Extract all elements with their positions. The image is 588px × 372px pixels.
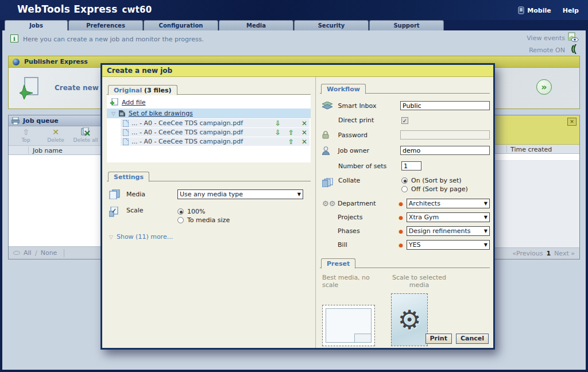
file-row: ... - A0 - CeeCee TDS campaign.pdf ⇧ ✕ — [121, 137, 310, 146]
collapse-triangle-icon[interactable]: ▽ — [111, 111, 115, 117]
scale-100-radio[interactable] — [177, 208, 184, 215]
required-dot-icon: ● — [399, 242, 407, 248]
collate-on-radio[interactable] — [401, 177, 408, 184]
smart-inbox-input[interactable] — [400, 101, 490, 110]
tab-preset[interactable]: Preset — [321, 258, 355, 269]
phases-select[interactable]: Design refinements ▼ — [407, 226, 490, 236]
projects-select[interactable]: Xtra Gym ▼ — [407, 212, 490, 222]
direct-print-label: Direct print — [338, 117, 401, 124]
close-panel-icon[interactable]: ✕ — [567, 118, 577, 126]
tab-media[interactable]: Media — [219, 20, 293, 30]
top-button[interactable]: ⇧ Top — [12, 127, 40, 145]
file-row: ... - A0 - CeeCee TDS campaign.pdf ⇩ ✕ — [121, 119, 310, 127]
preset-scale-thumbnail[interactable]: ⚙ — [391, 293, 428, 346]
tab-jobs[interactable]: Jobs — [5, 20, 68, 30]
number-of-sets-input[interactable] — [401, 161, 421, 170]
tab-support[interactable]: Support — [369, 20, 444, 30]
remove-file-icon[interactable]: ✕ — [299, 119, 310, 127]
collate-off-label: Off (Sort by page) — [411, 185, 468, 193]
mobile-link[interactable]: Mobile — [518, 6, 551, 14]
info-message: Here you can create a new job and monito… — [23, 36, 204, 43]
projects-label: Projects — [338, 214, 399, 221]
tab-original[interactable]: Original (3 files) — [108, 85, 177, 95]
select-none-link[interactable]: None — [41, 249, 57, 257]
collate-off-radio[interactable] — [401, 186, 408, 192]
next-page-link[interactable]: Next » — [554, 250, 575, 257]
publisher-go-button[interactable]: » — [536, 79, 552, 95]
file-name: ... - A0 - CeeCee TDS campaign.pdf — [131, 129, 270, 136]
file-group-link[interactable]: Set of bike drawings — [129, 110, 193, 117]
department-label: Department — [338, 200, 399, 207]
move-up-icon[interactable]: ⇧ — [286, 138, 296, 146]
main-tabbar: Jobs Preferences Configuration Media Sec… — [5, 20, 444, 30]
app-brand: WebTools Express — [17, 3, 118, 15]
file-group-row: ▽ Set of bike drawings — [107, 108, 311, 118]
tab-preferences[interactable]: Preferences — [68, 20, 143, 30]
select-none-icon: ∕ — [35, 249, 37, 257]
time-created-column[interactable]: Time created — [510, 146, 552, 153]
chevron-down-icon: ▼ — [484, 242, 488, 247]
job-name-column[interactable]: Job name — [33, 147, 63, 154]
tab-settings[interactable]: Settings — [108, 172, 149, 182]
job-owner-input[interactable] — [400, 146, 490, 155]
print-button[interactable]: Print — [425, 334, 452, 344]
collate-on-label: On (Sort by set) — [411, 177, 462, 184]
accounting-gears-icon: ⚙⚙ — [322, 199, 335, 208]
media-select[interactable]: Use any media type ▼ — [177, 189, 303, 199]
create-job-dialog: Create a new job Original (3 files) Add … — [100, 63, 495, 350]
set-icon — [119, 110, 125, 117]
job-queue-title: Job queue — [23, 117, 59, 125]
remote-on-link[interactable]: Remote ON — [529, 46, 565, 54]
mobile-icon — [518, 6, 524, 14]
printer-icon — [11, 117, 20, 125]
publisher-title: Publisher Express — [24, 58, 88, 65]
required-dot-icon: ● — [399, 215, 407, 220]
preset-option-1-label: Best media, no scale — [320, 274, 388, 289]
select-all-link[interactable]: All — [24, 249, 32, 257]
preset-best-media-thumbnail[interactable] — [322, 305, 375, 346]
remove-file-icon[interactable]: ✕ — [299, 129, 310, 137]
file-icon — [123, 138, 129, 145]
delete-all-icon — [72, 127, 99, 137]
tab-configuration[interactable]: Configuration — [144, 20, 218, 30]
previous-page-link[interactable]: «Previous — [512, 250, 543, 257]
remove-file-icon[interactable]: ✕ — [299, 138, 310, 146]
add-file-link[interactable]: Add file — [122, 99, 146, 106]
scale-to-media-label: To media size — [187, 216, 230, 224]
required-dot-icon: ● — [399, 228, 407, 234]
collate-icon — [322, 178, 334, 187]
delete-all-button[interactable]: Delete all — [72, 127, 99, 145]
move-down-icon[interactable]: ⇩ — [273, 129, 283, 137]
gear-image: ⚙ — [397, 304, 421, 335]
create-new-job-button[interactable]: Create new job — [19, 76, 113, 100]
show-more-triangle-icon: ▽ — [109, 234, 113, 240]
help-link[interactable]: Help — [563, 7, 579, 14]
top-arrow-icon: ⇧ — [12, 127, 40, 137]
collate-label: Collate — [338, 177, 401, 184]
move-up-icon[interactable]: ⇧ — [286, 129, 296, 137]
publisher-sphere-icon — [13, 59, 20, 65]
cancel-button[interactable]: Cancel — [456, 334, 489, 344]
remote-signal-icon — [568, 44, 577, 54]
scale-to-media-radio[interactable] — [177, 217, 184, 223]
view-events-icon[interactable] — [567, 32, 579, 42]
scale-icon — [109, 207, 119, 217]
scale-label: Scale — [126, 207, 177, 214]
tab-workflow[interactable]: Workflow — [321, 84, 366, 94]
direct-print-checkbox[interactable]: ✓ — [401, 117, 408, 124]
scale-100-label: 100% — [187, 208, 205, 215]
file-icon — [123, 129, 129, 136]
bill-label: Bill — [338, 241, 399, 249]
bill-select[interactable]: YES ▼ — [407, 240, 490, 250]
show-more-link[interactable]: Show (11) more... — [117, 233, 173, 241]
create-job-icon — [19, 76, 40, 100]
view-events-link[interactable]: View events — [527, 34, 565, 42]
lock-icon — [322, 131, 329, 139]
tab-security[interactable]: Security — [294, 20, 369, 30]
delete-button[interactable]: ✕ Delete — [42, 127, 69, 145]
number-of-sets-label: Number of sets — [338, 162, 401, 170]
department-select[interactable]: Architects ▼ — [407, 199, 490, 208]
smart-inbox-label: Smart Inbox — [338, 102, 400, 110]
move-down-icon[interactable]: ⇩ — [273, 119, 283, 127]
file-name: ... - A0 - CeeCee TDS campaign.pdf — [131, 138, 270, 145]
